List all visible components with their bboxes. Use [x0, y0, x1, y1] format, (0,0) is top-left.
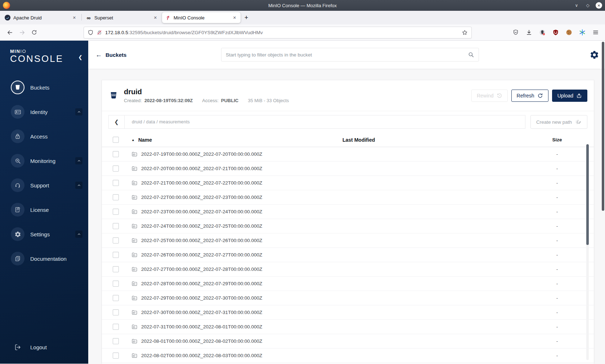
chevron-up-icon[interactable] [75, 108, 82, 115]
table-row[interactable]: 2022-07-28T00:00:00.000Z_2022-07-29T00:0… [102, 277, 594, 291]
row-size: - [535, 295, 579, 301]
row-checkbox[interactable] [113, 281, 119, 287]
back-button[interactable] [4, 27, 15, 38]
browser-scrollbar-thumb[interactable] [602, 42, 604, 211]
extension-icon[interactable] [539, 29, 546, 36]
row-checkbox[interactable] [113, 352, 119, 359]
folder-icon [131, 252, 138, 258]
search-input[interactable] [226, 52, 468, 58]
chevron-up-icon[interactable] [75, 182, 82, 189]
firefox-logo-icon [3, 2, 10, 9]
refresh-button[interactable]: Refresh [511, 90, 548, 102]
insecure-lock-icon[interactable] [97, 29, 102, 35]
new-tab-button[interactable]: + [241, 12, 252, 23]
object-filter-search[interactable] [221, 48, 479, 62]
table-row[interactable]: 2022-07-19T00:00:00.000Z_2022-07-20T00:0… [102, 147, 594, 161]
row-checkbox[interactable] [113, 180, 119, 186]
monitoring-magnifier-icon [11, 154, 24, 168]
table-row[interactable]: 2022-07-22T00:00:00.000Z_2022-07-23T00:0… [102, 190, 594, 205]
minio-logo: MINIO CONSOLE [10, 49, 63, 64]
sidebar-item-license[interactable]: License [0, 197, 88, 222]
menu-hamburger-icon[interactable] [592, 29, 599, 36]
tab-minio-console[interactable]: MinIO Console ✕ [162, 12, 241, 23]
table-row[interactable]: 2022-07-31T00:00:00.000Z_2022-08-01T00:0… [102, 320, 594, 334]
create-new-path-button[interactable]: Create new path [530, 115, 587, 129]
table-row[interactable]: 2022-07-27T00:00:00.000Z_2022-07-28T00:0… [102, 262, 594, 277]
tracking-shield-icon[interactable] [88, 29, 94, 36]
table-row[interactable]: 2022-08-01T00:00:00.000Z_2022-08-02T00:0… [102, 334, 594, 349]
row-size: - [535, 338, 579, 344]
row-checkbox[interactable] [113, 151, 119, 157]
sidebar-item-identity[interactable]: Identity [0, 100, 88, 124]
tab-apache-druid[interactable]: Apache Druid ✕ [2, 12, 80, 23]
table-row[interactable]: 2022-07-29T00:00:00.000Z_2022-07-30T00:0… [102, 291, 594, 305]
row-checkbox[interactable] [113, 209, 119, 215]
bookmark-star-icon[interactable] [462, 29, 468, 36]
row-checkbox[interactable] [113, 237, 119, 244]
folder-icon [131, 223, 138, 229]
sidebar-item-buckets[interactable]: Buckets [0, 75, 88, 100]
back-to-buckets-link[interactable]: ← Buckets [95, 51, 126, 59]
row-checkbox[interactable] [113, 338, 119, 344]
forward-button[interactable] [17, 27, 27, 38]
column-header-last-modified[interactable]: Last Modified [334, 137, 535, 143]
column-header-name[interactable]: Name [138, 137, 152, 143]
table-row[interactable]: 2022-07-26T00:00:00.000Z_2022-07-27T00:0… [102, 248, 594, 262]
row-checkbox[interactable] [113, 309, 119, 315]
window-close-button[interactable]: ✕ [596, 2, 602, 9]
path-back-button[interactable]: ❮ [109, 115, 125, 128]
sidebar-item-settings[interactable]: Settings [0, 222, 88, 246]
browser-tab-bar: Apache Druid ✕ ∞ Superset ✕ MinIO Consol… [0, 11, 605, 24]
chevron-up-icon[interactable] [75, 157, 82, 164]
row-size: - [535, 353, 579, 358]
tab-superset[interactable]: ∞ Superset ✕ [83, 12, 161, 23]
row-checkbox[interactable] [113, 295, 119, 301]
window-maximize-button[interactable]: ◇ [584, 2, 591, 9]
select-all-checkbox[interactable] [113, 137, 119, 143]
ublock-origin-icon[interactable] [552, 29, 559, 36]
row-size: - [535, 151, 579, 157]
sidebar-item-support[interactable]: Support [0, 173, 88, 197]
sidebar-collapse-icon[interactable]: ❮ [78, 54, 82, 60]
row-checkbox[interactable] [113, 324, 119, 330]
sidebar-item-documentation[interactable]: Documentation [0, 246, 88, 271]
row-checkbox[interactable] [113, 223, 119, 229]
sidebar-item-access[interactable]: Access [0, 124, 88, 149]
table-row[interactable]: 2022-07-24T00:00:00.000Z_2022-07-25T00:0… [102, 219, 594, 233]
row-size: - [535, 195, 579, 200]
window-minimize-button[interactable]: ∨ [573, 2, 580, 9]
access-label: Access: [202, 98, 219, 103]
rewind-button[interactable]: Rewind [471, 90, 508, 102]
breadcrumb[interactable]: druid / data / measurements [132, 119, 190, 124]
column-header-size[interactable]: Size [535, 137, 579, 142]
url-text[interactable]: 172.18.0.5:32595/buckets/druid/browse/ZG… [105, 30, 462, 35]
folder-icon [131, 281, 138, 287]
tab-close-icon[interactable]: ✕ [232, 15, 238, 21]
table-row[interactable]: 2022-07-20T00:00:00.000Z_2022-07-21T00:0… [102, 161, 594, 176]
downloads-icon[interactable] [525, 29, 533, 36]
cookie-extension-icon[interactable] [565, 29, 573, 36]
sidebar-item-logout[interactable]: Logout [0, 335, 88, 359]
reload-button[interactable] [29, 27, 40, 38]
row-checkbox[interactable] [113, 165, 119, 172]
chevron-up-icon[interactable] [75, 231, 82, 238]
table-row[interactable]: 2022-08-02T00:00:00.000Z_2022-08-03T00:0… [102, 349, 594, 363]
row-checkbox[interactable] [113, 266, 119, 272]
row-checkbox[interactable] [113, 252, 119, 258]
tab-close-icon[interactable]: ✕ [71, 15, 77, 21]
sidebar-item-monitoring[interactable]: Monitoring [0, 149, 88, 173]
table-row[interactable]: 2022-07-30T00:00:00.000Z_2022-07-31T00:0… [102, 305, 594, 320]
table-row[interactable]: 2022-07-23T00:00:00.000Z_2022-07-24T00:0… [102, 205, 594, 219]
snowflake-extension-icon[interactable] [579, 29, 586, 36]
bucket-settings-gear-icon[interactable] [590, 50, 599, 60]
content-area: druid Created: 2022-08-19T05:32:09Z Acce… [88, 69, 605, 364]
pocket-shield-icon[interactable] [512, 29, 519, 36]
row-checkbox[interactable] [113, 194, 119, 200]
table-scrollbar-thumb[interactable] [586, 144, 589, 245]
table-row[interactable]: 2022-07-25T00:00:00.000Z_2022-07-26T00:0… [102, 233, 594, 248]
table-row[interactable]: 2022-07-21T00:00:00.000Z_2022-07-22T00:0… [102, 176, 594, 190]
url-bar[interactable]: 172.18.0.5:32595/buckets/druid/browse/ZG… [84, 27, 472, 38]
upload-button[interactable]: Upload [552, 90, 587, 102]
sort-asc-icon[interactable]: ▲ [131, 138, 135, 142]
tab-close-icon[interactable]: ✕ [152, 15, 158, 21]
